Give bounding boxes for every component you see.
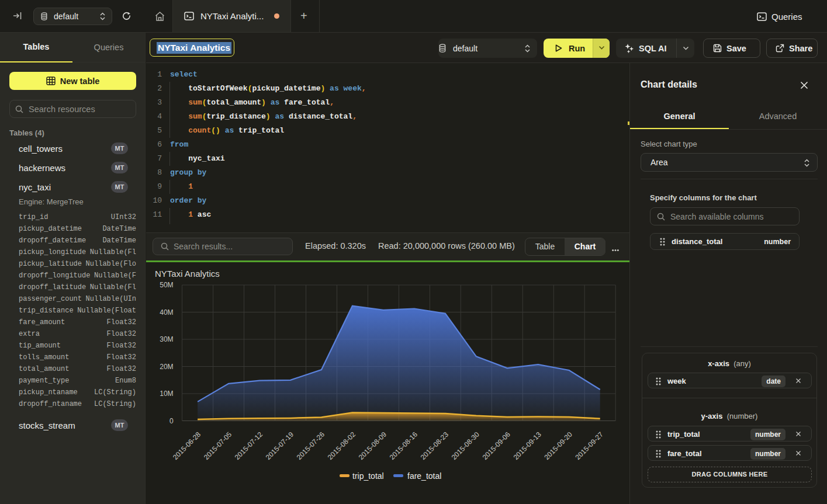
svg-text:0: 0	[169, 417, 174, 425]
svg-text:2015-09-06: 2015-09-06	[481, 430, 513, 461]
svg-text:2015-08-02: 2015-08-02	[326, 430, 358, 461]
svg-text:fare_total: fare_total	[407, 471, 441, 481]
svg-text:2015-09-27: 2015-09-27	[574, 430, 605, 461]
svg-text:2015-08-09: 2015-08-09	[357, 430, 389, 461]
svg-text:trip_total: trip_total	[352, 471, 384, 481]
svg-text:2015-08-23: 2015-08-23	[419, 430, 451, 461]
svg-text:2015-09-13: 2015-09-13	[512, 430, 544, 461]
svg-text:50M: 50M	[160, 281, 173, 289]
svg-text:2015-07-19: 2015-07-19	[264, 430, 296, 461]
svg-text:2015-07-05: 2015-07-05	[202, 430, 234, 461]
svg-text:10M: 10M	[160, 390, 173, 398]
svg-text:2015-07-26: 2015-07-26	[295, 430, 327, 461]
svg-text:40M: 40M	[160, 308, 173, 317]
svg-text:20M: 20M	[160, 363, 173, 371]
svg-text:2015-08-16: 2015-08-16	[388, 430, 420, 461]
svg-text:2015-06-28: 2015-06-28	[171, 430, 203, 461]
svg-text:2015-08-30: 2015-08-30	[450, 430, 482, 461]
svg-text:2015-09-20: 2015-09-20	[543, 430, 575, 461]
svg-text:2015-07-12: 2015-07-12	[233, 430, 265, 461]
svg-text:30M: 30M	[160, 335, 173, 343]
